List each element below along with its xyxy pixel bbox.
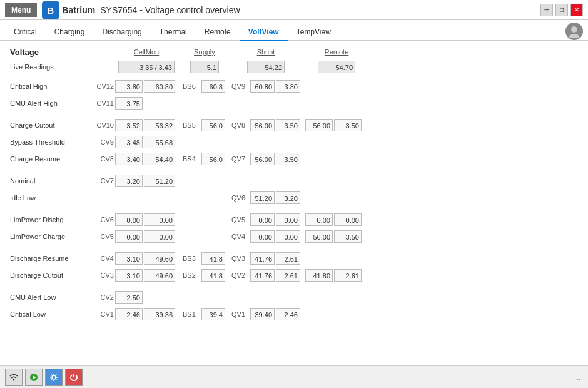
- shunt1-3[interactable]: 56.00: [250, 119, 275, 131]
- remote1-3[interactable]: 56.00: [305, 119, 333, 131]
- wifi-icon-btn[interactable]: [5, 369, 23, 386]
- power-icon-btn[interactable]: [65, 369, 83, 386]
- qv-label-17: QV1: [231, 310, 249, 318]
- cellmon2-13[interactable]: 49.60: [144, 252, 175, 265]
- shunt1-11[interactable]: 0.00: [250, 230, 275, 243]
- main-content: Voltage CellMon Supply Shunt Remote Live…: [0, 41, 588, 365]
- row-label-10: LimPower Dischg: [10, 216, 91, 223]
- qv-label-14: QV2: [231, 272, 249, 279]
- table-row: Discharge CutoutCV33.1049.60BS241.8QV241…: [10, 267, 578, 283]
- table-row: LimPower ChargeCV50.000.00QV40.000.0056.…: [10, 228, 578, 245]
- cv-label-5: CV8: [91, 155, 114, 163]
- settings-icon-btn[interactable]: [45, 369, 63, 386]
- bs-field-13[interactable]: 41.8: [201, 252, 225, 265]
- title-bar: Menu B Batrium SYS7654 - Voltage control…: [0, 0, 588, 20]
- remote2-10[interactable]: 0.00: [334, 213, 362, 226]
- bs-field-14[interactable]: 41.8: [201, 269, 225, 282]
- cellmon1-16[interactable]: 2.50: [115, 291, 143, 304]
- window-controls: ─ □ ✕: [540, 4, 583, 16]
- cellmon1-17[interactable]: 2.46: [115, 308, 143, 320]
- bs-field-0[interactable]: 60.8: [201, 80, 225, 93]
- cellmon2-4[interactable]: 55.68: [144, 136, 175, 148]
- row-label-3: Charge Cutout: [10, 121, 91, 129]
- table-row: Critical HighCV123.8060.80BS660.8QV960.8…: [10, 78, 578, 94]
- shunt2-11[interactable]: 0.00: [276, 230, 300, 243]
- minimize-button[interactable]: ─: [540, 4, 553, 16]
- cellmon1-4[interactable]: 3.48: [115, 136, 143, 148]
- shunt1-5[interactable]: 56.00: [250, 153, 275, 165]
- shunt2-17[interactable]: 2.46: [276, 308, 300, 320]
- cellmon2-7[interactable]: 51.20: [144, 175, 175, 187]
- cv-label-13: CV4: [91, 255, 114, 262]
- col-header-remote: Remote: [325, 48, 349, 56]
- cellmon2-17[interactable]: 39.36: [144, 308, 175, 320]
- cellmon1-0[interactable]: 3.80: [115, 80, 143, 93]
- cellmon2-3[interactable]: 56.32: [144, 119, 175, 131]
- tab-critical[interactable]: Critical: [5, 24, 46, 41]
- cellmon2-14[interactable]: 49.60: [144, 269, 175, 282]
- cellmon1-14[interactable]: 3.10: [115, 269, 143, 282]
- bs-label-3: BS5: [183, 121, 200, 129]
- run-icon-btn[interactable]: [25, 369, 43, 386]
- close-button[interactable]: ✕: [570, 4, 583, 16]
- shunt2-14[interactable]: 2.61: [276, 269, 300, 282]
- bs-field-3[interactable]: 56.0: [201, 119, 225, 131]
- bs-field-17[interactable]: 39.4: [201, 308, 225, 320]
- tab-remote[interactable]: Remote: [196, 24, 240, 41]
- cellmon2-5[interactable]: 54.40: [144, 153, 175, 165]
- shunt1-13[interactable]: 41.76: [250, 252, 275, 265]
- row-label-8: Idle Low: [10, 194, 91, 202]
- cellmon1-1[interactable]: 3.75: [115, 97, 143, 110]
- remote2-11[interactable]: 3.50: [334, 230, 362, 243]
- qv-label-13: QV3: [231, 255, 249, 262]
- shunt1-8[interactable]: 51.20: [250, 191, 275, 204]
- bs-field-5[interactable]: 56.0: [201, 153, 225, 165]
- cellmon1-10[interactable]: 0.00: [115, 213, 143, 226]
- qv-label-3: QV8: [231, 121, 249, 129]
- shunt2-3[interactable]: 3.50: [276, 119, 300, 131]
- cellmon1-3[interactable]: 3.52: [115, 119, 143, 131]
- live-shunt: 54.22: [247, 61, 285, 73]
- remote2-14[interactable]: 2.61: [334, 269, 362, 282]
- cellmon1-5[interactable]: 3.40: [115, 153, 143, 165]
- tab-thermal[interactable]: Thermal: [151, 24, 196, 41]
- remote1-10[interactable]: 0.00: [305, 213, 333, 226]
- row-label-7: Nominal: [10, 177, 91, 185]
- tab-charging[interactable]: Charging: [46, 24, 94, 41]
- remote1-11[interactable]: 56.00: [305, 230, 333, 243]
- cellmon2-0[interactable]: 60.80: [144, 80, 175, 93]
- maximize-button[interactable]: □: [555, 4, 568, 16]
- table-row: Critical LowCV12.4639.36BS139.4QV139.402…: [10, 306, 578, 322]
- live-remote: 54.70: [318, 61, 355, 73]
- shunt1-14[interactable]: 41.76: [250, 269, 275, 282]
- tab-discharging[interactable]: Discharging: [93, 24, 150, 41]
- shunt2-13[interactable]: 2.61: [276, 252, 300, 265]
- shunt2-0[interactable]: 3.80: [276, 80, 300, 93]
- remote2-3[interactable]: 3.50: [334, 119, 362, 131]
- shunt2-8[interactable]: 3.20: [276, 191, 300, 204]
- row-label-5: Charge Resume: [10, 155, 91, 163]
- shunt2-10[interactable]: 0.00: [276, 213, 300, 226]
- cellmon1-13[interactable]: 3.10: [115, 252, 143, 265]
- cellmon2-11[interactable]: 0.00: [144, 230, 175, 243]
- shunt1-10[interactable]: 0.00: [250, 213, 275, 226]
- qv-label-5: QV7: [231, 155, 249, 163]
- qv-label-11: QV4: [231, 233, 249, 240]
- cellmon1-7[interactable]: 3.20: [115, 175, 143, 187]
- cv-label-10: CV6: [91, 216, 114, 223]
- cellmon1-11[interactable]: 0.00: [115, 230, 143, 243]
- shunt1-17[interactable]: 39.40: [250, 308, 275, 320]
- menu-button[interactable]: Menu: [5, 3, 37, 17]
- cv-label-0: CV12: [91, 83, 114, 90]
- bs-label-13: BS3: [183, 255, 200, 262]
- cv-label-7: CV7: [91, 177, 114, 185]
- shunt1-0[interactable]: 60.80: [250, 80, 275, 93]
- shunt2-5[interactable]: 3.50: [276, 153, 300, 165]
- cv-label-11: CV5: [91, 233, 114, 240]
- nav-tabs: Critical Charging Discharging Thermal Re…: [0, 20, 588, 41]
- cellmon2-10[interactable]: 0.00: [144, 213, 175, 226]
- remote1-14[interactable]: 41.80: [305, 269, 333, 282]
- tab-tempview[interactable]: TempView: [288, 24, 340, 41]
- table-row: NominalCV73.2051.20: [10, 173, 578, 189]
- tab-voltview[interactable]: VoltView: [240, 24, 288, 41]
